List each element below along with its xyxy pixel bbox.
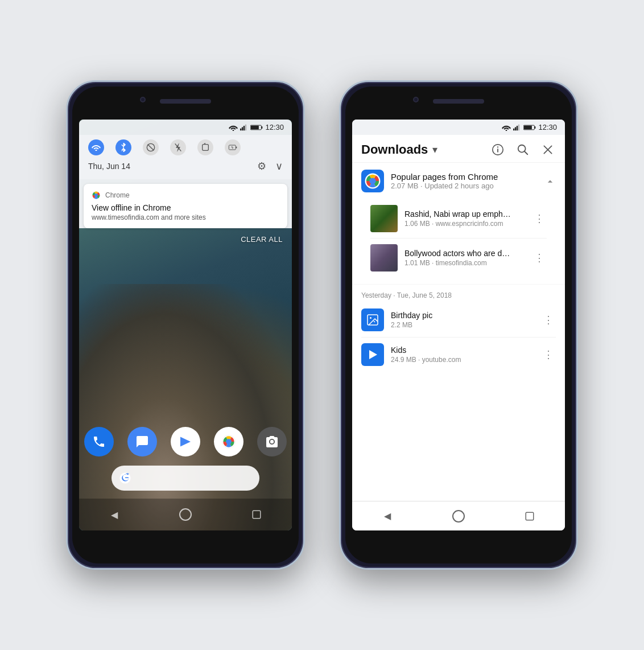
- download-item-cricket[interactable]: Rashid, Nabi wrap up emph… 1.06 MB · www…: [361, 199, 556, 238]
- clear-all-button[interactable]: CLEAR ALL: [241, 235, 283, 244]
- quick-settings: Thu, Jun 14 ⚙ ∨: [79, 135, 292, 179]
- kids-title: Kids: [391, 345, 534, 355]
- phone2-vol-down-button[interactable]: [339, 204, 341, 236]
- collapse-button[interactable]: [544, 175, 556, 187]
- qs-date: Thu, Jun 14: [88, 162, 130, 171]
- phone1-camera: [140, 97, 146, 102]
- svg-rect-16: [236, 147, 237, 149]
- svg-point-0: [233, 130, 234, 131]
- kids-more-button[interactable]: ⋮: [541, 346, 556, 363]
- birthday-meta: 2.2 MB: [391, 321, 534, 329]
- kids-file-icon: [361, 343, 384, 366]
- downloads-actions: [490, 142, 556, 158]
- phone1-vol-up-button[interactable]: [66, 173, 68, 196]
- svg-rect-7: [251, 125, 259, 129]
- cricket-more-button[interactable]: ⋮: [532, 210, 547, 227]
- phone2-status-icons: 12:30: [502, 123, 557, 131]
- close-button[interactable]: [540, 142, 556, 158]
- svg-point-19: [94, 194, 98, 197]
- cricket-title: Rashid, Nabi wrap up emph…: [404, 209, 525, 219]
- svg-marker-46: [369, 350, 377, 359]
- qs-expand-icon[interactable]: ∨: [275, 160, 283, 172]
- svg-point-8: [96, 150, 97, 151]
- svg-rect-29: [517, 126, 518, 130]
- status-icons: 12:30: [229, 123, 284, 131]
- bollywood-title: Bollywood actors who are d…: [404, 249, 525, 258]
- wifi-icon: [229, 124, 238, 131]
- phone2-vol-up-button[interactable]: [339, 173, 341, 196]
- app-chrome-icon[interactable]: [214, 427, 243, 456]
- back-button[interactable]: ◀: [106, 507, 122, 523]
- phone2-signal-icon: [513, 124, 521, 131]
- chrome-notification[interactable]: Chrome View offline in Chrome www.timeso…: [84, 184, 287, 228]
- app-camera-icon[interactable]: [257, 427, 287, 456]
- wallpaper-rocks: [79, 284, 292, 530]
- clear-all-area: CLEAR ALL: [79, 231, 292, 248]
- qs-rotate-icon[interactable]: [197, 139, 213, 155]
- download-item-bollywood[interactable]: Bollywood actors who are d… 1.01 MB · ti…: [361, 238, 556, 277]
- phone1-screen: 12:30: [79, 120, 292, 530]
- svg-point-47: [453, 511, 464, 522]
- cricket-meta: 1.06 MB · www.espncricinfo.com: [404, 220, 525, 228]
- qs-dnd-icon[interactable]: [143, 139, 159, 155]
- battery-icon: [250, 124, 263, 131]
- phone1-vol-down-button[interactable]: [66, 204, 68, 236]
- svg-point-22: [226, 439, 232, 445]
- home-button[interactable]: [177, 507, 193, 523]
- downloads-dropdown-icon[interactable]: ▾: [432, 143, 437, 156]
- download-item-birthday[interactable]: Birthday pic 2.2 MB ⋮: [352, 303, 565, 337]
- svg-rect-33: [524, 125, 532, 129]
- phone1-nav-bar: ◀: [79, 499, 292, 530]
- svg-rect-28: [515, 127, 516, 130]
- bollywood-more-button[interactable]: ⋮: [532, 249, 547, 266]
- phone-1: 12:30: [66, 80, 305, 570]
- phone2-recents-button[interactable]: [522, 508, 538, 524]
- birthday-info: Birthday pic 2.2 MB: [391, 311, 534, 329]
- bollywood-info: Bollywood actors who are d… 1.01 MB · ti…: [404, 249, 525, 267]
- info-button[interactable]: [490, 142, 506, 158]
- phone1-status-time: 12:30: [265, 123, 284, 131]
- svg-rect-3: [243, 126, 245, 130]
- qs-flash-icon[interactable]: [170, 139, 186, 155]
- search-button[interactable]: [515, 142, 531, 158]
- birthday-more-button[interactable]: ⋮: [541, 311, 556, 328]
- phone1-power-button[interactable]: [303, 196, 305, 230]
- chrome-section-title: Popular pages from Chrome: [391, 172, 498, 182]
- phone2-back-button[interactable]: ◀: [379, 508, 395, 524]
- svg-point-26: [506, 130, 507, 131]
- app-row: [84, 427, 287, 456]
- svg-point-36: [497, 146, 498, 147]
- svg-rect-48: [526, 512, 534, 520]
- chrome-info: Popular pages from Chrome 2.07 MB · Upda…: [361, 170, 498, 192]
- qs-bluetooth-icon[interactable]: [115, 139, 131, 155]
- svg-line-9: [122, 145, 123, 146]
- phone2-power-button[interactable]: [576, 196, 578, 230]
- google-search-bar[interactable]: [112, 466, 259, 491]
- qs-wifi-icon[interactable]: [88, 139, 104, 155]
- google-g-icon: [119, 472, 131, 484]
- svg-rect-4: [245, 124, 246, 130]
- app-phone-icon[interactable]: [84, 427, 114, 456]
- svg-rect-1: [240, 128, 241, 130]
- phone2-camera: [413, 97, 419, 102]
- download-item-kids[interactable]: Kids 24.9 MB · youtube.com ⋮: [352, 338, 565, 372]
- svg-point-43: [369, 178, 375, 184]
- chrome-section-text: Popular pages from Chrome 2.07 MB · Upda…: [391, 172, 498, 190]
- svg-rect-32: [535, 126, 536, 129]
- qs-battery-icon[interactable]: [225, 139, 241, 155]
- app-play-icon[interactable]: [171, 427, 200, 456]
- phones-container: 12:30: [0, 0, 644, 650]
- qs-settings-icon[interactable]: ⚙: [257, 160, 266, 172]
- birthday-title: Birthday pic: [391, 311, 534, 320]
- phone2-wifi-icon: [502, 124, 511, 131]
- notif-app-name: Chrome: [105, 191, 130, 199]
- chrome-offline-section: Popular pages from Chrome 2.07 MB · Upda…: [352, 163, 565, 285]
- svg-line-12: [148, 145, 154, 151]
- phone2-home-button[interactable]: [451, 508, 467, 524]
- recents-button[interactable]: [249, 507, 265, 523]
- kids-info: Kids 24.9 MB · youtube.com: [391, 345, 534, 364]
- app-messages-icon[interactable]: [127, 427, 157, 456]
- dock-area: [79, 427, 292, 491]
- bollywood-meta: 1.01 MB · timesofindia.com: [404, 259, 525, 267]
- phone2-speaker: [433, 99, 484, 104]
